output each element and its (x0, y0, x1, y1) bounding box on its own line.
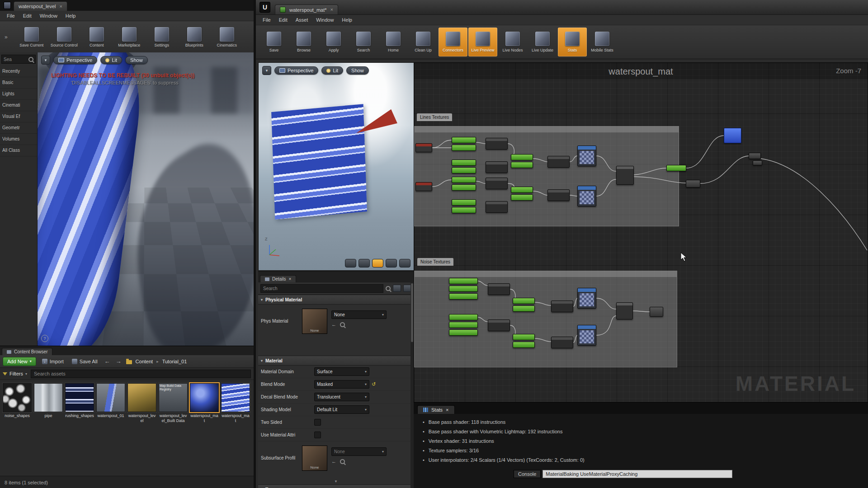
tab-waterspout-level[interactable]: waterspout_level × (14, 1, 67, 11)
preview-shape-cylinder-button[interactable] (345, 259, 356, 267)
toolbar-button[interactable]: Apply (319, 28, 348, 56)
stats-tab[interactable]: Stats × (417, 405, 455, 414)
phys-material-thumbnail[interactable]: None (302, 309, 327, 334)
material-node[interactable] (616, 166, 634, 185)
menu-item[interactable]: Edit (19, 12, 36, 19)
material-graph[interactable]: waterspout_mat Zoom -7 MATERIAL Lines Te… (414, 62, 868, 403)
material-node[interactable] (449, 314, 478, 320)
toolbar-button[interactable]: Home (379, 28, 408, 56)
checkbox[interactable] (314, 432, 321, 438)
material-node[interactable] (488, 283, 510, 295)
material-node[interactable] (513, 298, 535, 304)
browse-to-icon[interactable] (340, 459, 345, 464)
checkbox[interactable] (314, 419, 321, 426)
material-node[interactable] (666, 165, 686, 171)
toolbar-button[interactable]: Cinematics (212, 27, 242, 47)
section-transparency[interactable]: ▾ Transparency (258, 484, 414, 488)
material-node[interactable] (449, 329, 478, 336)
toolbar-button[interactable]: Live Nodes (498, 28, 527, 56)
material-node[interactable] (511, 162, 533, 168)
save-all-button[interactable]: Save All (70, 357, 100, 366)
material-node[interactable] (724, 128, 741, 143)
preview-shape-mesh-button[interactable] (399, 259, 410, 267)
scroll-down-icon[interactable]: ▼ (258, 478, 414, 484)
use-selected-icon[interactable]: ← (331, 459, 336, 464)
use-selected-icon[interactable]: ← (331, 322, 336, 327)
tab-waterspout-mat[interactable]: waterspout_mat* × (275, 5, 338, 14)
material-node[interactable] (415, 182, 432, 191)
add-new-button[interactable]: Add New ▾ (3, 357, 36, 366)
preview-shape-sphere-button[interactable] (359, 259, 370, 267)
material-node[interactable] (749, 153, 761, 159)
toolbar-button[interactable]: Source Control (49, 27, 79, 47)
detail-dropdown[interactable]: Default Lit (314, 405, 369, 414)
menu-item[interactable]: Help (338, 16, 356, 23)
detail-dropdown[interactable]: Translucent (314, 393, 369, 401)
list-view-icon[interactable] (393, 285, 401, 292)
material-node[interactable] (577, 145, 596, 166)
show-button[interactable]: Show (346, 66, 369, 75)
import-button[interactable]: ↓ Import (40, 357, 66, 366)
details-scrollbar[interactable] (410, 282, 414, 488)
section-physical-material[interactable]: ▾ Physical Material (258, 295, 414, 305)
filters-button[interactable]: Filters ▾ (3, 371, 27, 376)
close-icon[interactable]: × (289, 277, 292, 282)
material-node[interactable] (551, 337, 573, 348)
place-actors-search[interactable]: Sea (1, 55, 36, 64)
material-node[interactable] (449, 293, 478, 300)
detail-dropdown[interactable]: Surface (314, 367, 369, 376)
material-node[interactable] (616, 302, 633, 319)
toolbar-button[interactable]: Search (349, 28, 378, 56)
material-node[interactable] (452, 167, 476, 174)
material-node[interactable] (449, 322, 478, 328)
place-actors-category[interactable]: Volumes (0, 134, 37, 145)
material-node[interactable] (511, 187, 533, 193)
material-node[interactable] (547, 189, 570, 201)
material-node[interactable] (513, 334, 535, 340)
material-node[interactable] (452, 184, 476, 191)
material-node[interactable] (753, 160, 762, 165)
asset-tile[interactable]: waterspout_mat (190, 383, 219, 473)
perspective-button[interactable]: Perspective (53, 56, 97, 64)
lit-button[interactable]: Lit (100, 56, 122, 64)
toolbar-button[interactable]: Clean Up (409, 28, 438, 56)
toolbar-button[interactable]: Stats (558, 28, 587, 56)
material-node[interactable] (488, 319, 510, 331)
material-node[interactable] (577, 325, 596, 346)
material-node[interactable] (577, 288, 596, 309)
material-node[interactable] (449, 286, 478, 292)
level-viewport[interactable]: ▾ Perspective Lit Show LIGHTING NEEDS TO… (38, 52, 254, 346)
toolbar-button[interactable]: Save Current (17, 27, 47, 47)
toolbar-button[interactable]: Live Preview (468, 28, 497, 56)
help-icon[interactable]: ? (41, 335, 48, 342)
perspective-button[interactable]: Perspective (274, 66, 318, 75)
material-node[interactable] (452, 145, 476, 151)
asset-tile[interactable]: waterspout_mat (221, 383, 250, 473)
content-browser-tab[interactable]: Content Browser (2, 348, 52, 355)
material-node[interactable] (452, 207, 476, 213)
asset-tile[interactable]: waterspout_level (127, 383, 156, 473)
reset-to-default-icon[interactable] (372, 381, 376, 387)
place-actors-category[interactable]: All Class (0, 145, 37, 156)
menu-item[interactable]: File (259, 16, 275, 23)
back-icon[interactable]: ← (104, 358, 111, 365)
asset-tile[interactable]: noise_shapes (3, 383, 32, 473)
material-node[interactable] (452, 137, 476, 143)
material-node[interactable] (511, 154, 533, 160)
toolbar-button[interactable]: Save (259, 28, 288, 56)
material-node[interactable] (449, 278, 478, 284)
asset-tile[interactable]: waterspout_01 (96, 383, 125, 473)
toolbar-overflow-icon[interactable]: » (5, 34, 8, 40)
material-node[interactable] (415, 143, 432, 152)
material-node[interactable] (513, 305, 535, 312)
toolbar-button[interactable]: Connectors (439, 28, 467, 56)
toolbar-button[interactable]: Settings (147, 27, 177, 47)
breadcrumb-root[interactable]: Content (136, 359, 153, 364)
asset-tile[interactable]: Map Build Data Registry waterspout_level… (159, 383, 188, 473)
material-node[interactable] (513, 342, 535, 348)
asset-tile[interactable]: pipe (34, 383, 63, 473)
material-node[interactable] (486, 201, 508, 213)
subsurface-profile-thumbnail[interactable]: None (302, 446, 327, 471)
material-node[interactable] (577, 186, 596, 206)
phys-material-dropdown[interactable]: None (331, 310, 387, 319)
